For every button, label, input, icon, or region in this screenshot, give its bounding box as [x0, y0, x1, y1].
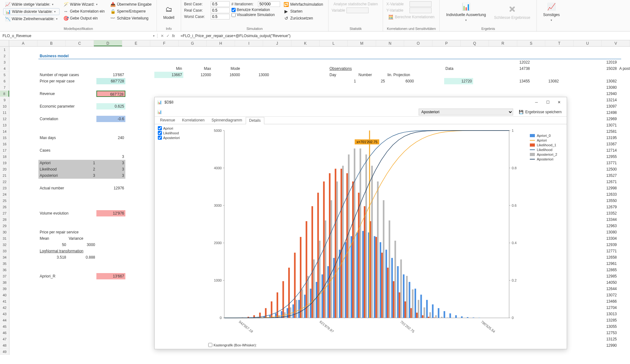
row-header-46[interactable]: 46: [0, 330, 9, 336]
gebe-korrelation-button[interactable]: ↔Gebe Korrelation ein: [61, 8, 106, 14]
row-header-47[interactable]: 47: [0, 336, 9, 342]
cell-D19[interactable]: 3: [96, 160, 125, 166]
row-header-49[interactable]: 49: [0, 349, 9, 355]
cell-D20[interactable]: 3: [96, 166, 125, 172]
cell-U12[interactable]: 12969: [589, 116, 618, 122]
cell-U17[interactable]: 12714: [589, 147, 618, 154]
cell-B21[interactable]: Aposteriori: [38, 172, 67, 179]
cell-L6[interactable]: 1: [328, 78, 357, 84]
cell-U20[interactable]: 12500: [589, 166, 618, 172]
legend-aposteriori_2[interactable]: Aposteriori_2: [530, 153, 557, 156]
cell-D5[interactable]: 13'667: [96, 72, 125, 78]
cell-U21[interactable]: 13527: [589, 172, 618, 179]
boxwhisker-check[interactable]: Kastengrafik (Box-Whisker):: [208, 343, 257, 347]
row-header-2[interactable]: 2: [0, 53, 9, 59]
row-header-14[interactable]: 14: [0, 128, 9, 135]
cell-U31[interactable]: 13304: [589, 235, 618, 242]
row-header-41[interactable]: 41: [0, 298, 9, 305]
row-header-44[interactable]: 44: [0, 317, 9, 323]
schaetze-button[interactable]: 〰Schätze Verteilung: [108, 15, 153, 21]
row-header-48[interactable]: 48: [0, 342, 9, 349]
cell-R6[interactable]: 13455: [502, 78, 531, 84]
cell-U27[interactable]: 13352: [589, 210, 618, 216]
row-header-16[interactable]: 16: [0, 141, 9, 147]
cell-U19[interactable]: 13771: [589, 160, 618, 166]
berechne-button[interactable]: 🧮Berechne Korrelationen: [386, 14, 436, 20]
tab-details[interactable]: Details: [246, 117, 264, 124]
cell-U35[interactable]: 12961: [589, 260, 618, 267]
row-header-24[interactable]: 24: [0, 191, 9, 198]
distribution-select[interactable]: Aposteriori: [419, 109, 513, 115]
row-header-33[interactable]: 33: [0, 248, 9, 254]
row-header-35[interactable]: 35: [0, 260, 9, 267]
cell-V6[interactable]: 1: [618, 78, 630, 84]
cell-U30[interactable]: 13080: [589, 229, 618, 235]
row-header-27[interactable]: 27: [0, 210, 9, 216]
cell-U26[interactable]: 12679: [589, 204, 618, 210]
row-header-25[interactable]: 25: [0, 198, 9, 204]
cell-D23[interactable]: 12976: [96, 185, 125, 191]
cell-U42[interactable]: 12704: [589, 305, 618, 311]
cell-D8[interactable]: 687'728: [96, 91, 125, 97]
cell-H4[interactable]: Mode: [212, 65, 241, 72]
row-header-23[interactable]: 23: [0, 185, 9, 191]
cell-U33[interactable]: 12771: [589, 248, 618, 254]
row-header-9[interactable]: 9: [0, 97, 9, 103]
cell-U3[interactable]: 12019: [589, 59, 618, 65]
individuelle-button[interactable]: 📊Individuelle Auswertung▾: [443, 1, 489, 23]
row-header-7[interactable]: 7: [0, 84, 9, 91]
cell-U29[interactable]: 12963: [589, 223, 618, 229]
cell-D10[interactable]: 0.625: [96, 103, 125, 109]
cell-U13[interactable]: 13071: [589, 122, 618, 128]
col-header-B[interactable]: B: [37, 40, 66, 46]
check-aposteriori[interactable]: [158, 136, 162, 140]
gebe-output-button[interactable]: 🎯Gebe Output ein: [61, 15, 106, 21]
col-header-V[interactable]: V: [602, 40, 630, 46]
col-header-E[interactable]: E: [122, 40, 151, 46]
col-header-L[interactable]: L: [320, 40, 348, 46]
row-header-37[interactable]: 37: [0, 273, 9, 279]
col-header-M[interactable]: M: [348, 40, 376, 46]
variable-dropdown[interactable]: [346, 8, 369, 13]
legend-likelihood_1[interactable]: Likelihood_1: [530, 143, 557, 147]
row-header-17[interactable]: 17: [0, 147, 9, 154]
cell-U25[interactable]: 13550: [589, 198, 618, 204]
cell-B20[interactable]: Likelihood: [38, 166, 67, 172]
cell-B27[interactable]: Volume evolution: [38, 210, 96, 216]
close-button[interactable]: ✕: [554, 98, 564, 106]
schliesse-button[interactable]: 🗙Schliesse Ergebnisse: [491, 1, 534, 23]
cell-U16[interactable]: 13367: [589, 141, 618, 147]
cell-B2[interactable]: Business model: [38, 53, 125, 59]
cell-U43[interactable]: 13013: [589, 311, 618, 317]
cell-B19[interactable]: Apriori: [38, 160, 67, 166]
row-header-26[interactable]: 26: [0, 204, 9, 210]
wahle-zeitreihen-button[interactable]: 📉Wähle Zeitreihenvariable:▾: [3, 16, 60, 22]
cell-N6[interactable]: 6000: [386, 78, 415, 84]
cell-U46[interactable]: 12753: [589, 330, 618, 336]
cell-U10[interactable]: 13097: [589, 103, 618, 109]
cell-L4[interactable]: Observations: [328, 65, 386, 72]
row-header-31[interactable]: 31: [0, 235, 9, 242]
accept-formula-icon[interactable]: ✓: [166, 34, 169, 38]
cell-B32[interactable]: 50: [38, 242, 67, 248]
row-header-29[interactable]: 29: [0, 223, 9, 229]
col-header-T[interactable]: T: [545, 40, 574, 46]
cell-B15[interactable]: Max days: [38, 135, 96, 141]
row-header-22[interactable]: 22: [0, 179, 9, 185]
cell-B33[interactable]: LogNormal transformation: [38, 248, 96, 254]
tab-revenue[interactable]: Revenue: [157, 117, 179, 124]
cell-L5[interactable]: Day: [328, 72, 357, 78]
row-header-4[interactable]: 4: [0, 65, 9, 72]
mehrfach-button[interactable]: 🔁Mehrfachsimulation: [282, 1, 325, 8]
modell-button[interactable]: 🗂Modell: [160, 1, 177, 23]
cell-B31[interactable]: Mean: [38, 235, 67, 242]
cell-U38[interactable]: 14050: [589, 279, 618, 286]
cell-U9[interactable]: 13214: [589, 97, 618, 103]
cell-D15[interactable]: 240: [96, 135, 125, 141]
row-header-11[interactable]: 11: [0, 109, 9, 116]
check-likelihood[interactable]: [158, 131, 162, 135]
cell-F5[interactable]: 13667: [154, 72, 183, 78]
cell-U22[interactable]: 12671: [589, 179, 618, 185]
cell-N5[interactable]: lin. Projection: [386, 72, 415, 78]
cell-M5[interactable]: Number: [357, 72, 386, 78]
